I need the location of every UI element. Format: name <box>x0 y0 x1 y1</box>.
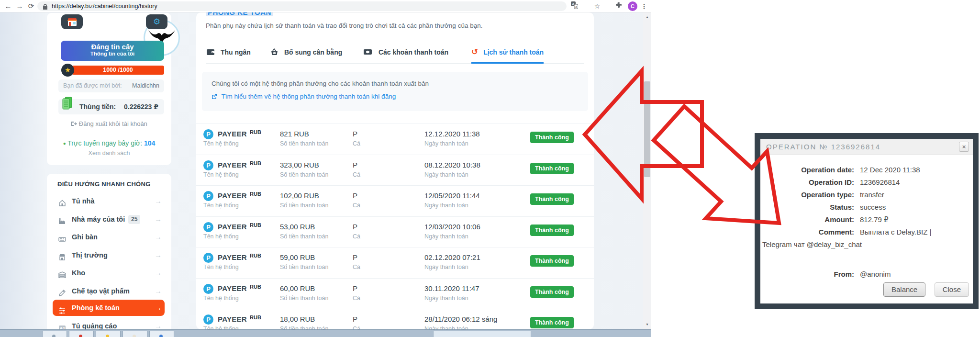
taskbar-app-tile[interactable] <box>122 331 147 337</box>
detail-label: Operation ID: <box>762 176 854 189</box>
status-badge: Thành công <box>530 317 574 328</box>
chevron-arrow-icon: → <box>155 230 162 244</box>
trust-title: Đáng tin cậy <box>61 43 164 51</box>
star-icon: ★ <box>61 64 74 77</box>
bookmark-star-icon[interactable]: ☆ <box>592 1 602 11</box>
scroll-down-icon[interactable]: ▼ <box>643 323 651 326</box>
reward-notice-link[interactable]: Tìm hiểu thêm về hệ thống phần thưởng th… <box>212 93 396 100</box>
operation-detail-row: Operation date: 12 Dec 2020 11:38 <box>762 164 971 176</box>
logout-link[interactable]: Đăng xuất khỏi tài khoản <box>47 120 171 127</box>
operation-dialog: OPERATION № 1236926814 × Operation date:… <box>755 133 979 309</box>
payment-date: 28/11/2020 06:12 sáng <box>424 315 497 323</box>
taskbar-window-tile[interactable] <box>433 331 531 337</box>
invited-by-value: Maidichhn <box>132 79 159 92</box>
close-button[interactable]: Close <box>935 282 969 297</box>
tab-top-up[interactable]: Bổ sung cân bằng <box>270 44 342 64</box>
payment-row[interactable]: P PAYEER RUB Tên hệ thống 60,00 RUB Số t… <box>196 278 594 309</box>
payment-date: 12/05/2020 11:44 <box>424 191 480 200</box>
shop-icon[interactable] <box>61 14 83 29</box>
sidebar-item-warehouse[interactable]: Kho → <box>53 266 165 280</box>
storefront-icon <box>58 251 66 259</box>
payment-row[interactable]: P PAYEER RUB Tên hệ thống 821 RUB Số tiề… <box>196 124 594 155</box>
currency-code: RUB <box>250 160 261 166</box>
status-badge: Thành công <box>530 193 574 205</box>
date-label: Ngày thanh toán <box>424 233 468 240</box>
reward-notice: Chúng tôi có một hệ thống phần thưởng ch… <box>202 72 588 111</box>
accounting-panel: PHÒNG KẾ TOÁN Phần phụ này chứa lịch sử … <box>196 12 594 329</box>
sidebar-item-craft[interactable]: Chế tạo vật phẩm → <box>53 284 165 298</box>
taskbar-app-tile[interactable] <box>69 331 94 337</box>
reload-icon[interactable]: ⟳ <box>26 1 36 11</box>
truncated-cell-value: P <box>353 315 363 323</box>
back-icon[interactable]: ← <box>3 1 13 11</box>
ad-icon: Ad <box>58 322 66 330</box>
system-name-label: Tên hệ thống <box>203 264 239 270</box>
dialog-close-icon[interactable]: × <box>959 142 969 152</box>
system-name: PAYEER <box>218 161 247 169</box>
payment-amount: 323,00 RUB <box>280 161 319 169</box>
xp-progress-bar: 1000 /1000 <box>72 66 164 75</box>
truncated-cell-label: Cá <box>353 202 364 209</box>
scroll-up-icon[interactable]: ▲ <box>643 15 651 19</box>
date-label: Ngày thanh toán <box>424 264 468 270</box>
payeer-logo-icon: P <box>203 129 213 139</box>
tab-bar: Thu ngân Bổ sung cân bằng Các khoản than… <box>206 44 584 64</box>
invited-by-label: Bạn đã được mời bởi: <box>63 82 122 89</box>
sidebar-item-score[interactable]: Ghi bàn → <box>53 230 165 244</box>
taskbar-app-tile[interactable] <box>96 331 121 337</box>
taskbar-app-tile[interactable] <box>42 331 67 337</box>
truncated-cell-label: Cá <box>353 233 364 240</box>
currency-code: RUB <box>250 191 261 197</box>
profile-avatar[interactable]: C <box>628 1 637 11</box>
system-name: PAYEER <box>218 191 247 200</box>
banknote-icon <box>364 45 373 61</box>
detail-value: transfer <box>860 189 884 201</box>
operation-detail-row: Operation type: transfer <box>762 189 971 201</box>
system-name: PAYEER <box>218 223 247 231</box>
url-text[interactable]: https://delay.biz/cabinet/counting/histo… <box>52 3 157 10</box>
forward-icon[interactable]: → <box>14 1 25 11</box>
scrollbar-thumb[interactable] <box>644 81 650 177</box>
balance-button[interactable]: Balance <box>883 282 925 297</box>
trust-status-button[interactable]: Đáng tin cậy Thông tin của tôi <box>61 41 164 61</box>
sidebar-item-market[interactable]: Thị trường → <box>53 248 165 262</box>
view-list-link[interactable]: Xem danh sách <box>47 150 171 157</box>
truncated-cell-value: P <box>353 191 363 200</box>
detail-label: Comment: <box>762 226 854 238</box>
translate-icon[interactable]: Aa <box>569 1 579 11</box>
payment-date: 12.12.2020 11:38 <box>424 130 480 138</box>
chevron-arrow-icon: → <box>155 194 162 208</box>
detail-label: Operation type: <box>762 189 854 201</box>
factory-icon <box>58 215 66 223</box>
payment-row[interactable]: P PAYEER RUB Tên hệ thống 102,00 RUB Số … <box>196 185 594 216</box>
taskbar-app-tile[interactable] <box>149 331 174 337</box>
tab-payments[interactable]: Các khoản thanh toán <box>364 44 448 64</box>
truncated-cell-value: P <box>353 223 363 231</box>
settings-gear-icon[interactable]: ⚙ <box>146 14 167 29</box>
extensions-puzzle-icon[interactable] <box>614 1 624 11</box>
payment-row[interactable]: P PAYEER RUB Tên hệ thống 323,00 RUB Số … <box>196 155 594 186</box>
invited-by-row: Bạn đã được mời bởi: Maidichhn <box>58 79 164 92</box>
sidebar-item-home[interactable]: Tủ nhà → <box>53 194 165 208</box>
system-name-label: Tên hệ thống <box>203 233 239 240</box>
page-scrollbar[interactable]: ▲ ▼ <box>643 12 651 329</box>
payeer-logo-icon: P <box>203 160 213 170</box>
payment-row[interactable]: P PAYEER RUB Tên hệ thống 59,00 RUB Số t… <box>196 247 594 278</box>
chevron-arrow-icon: → <box>155 300 162 316</box>
payment-row[interactable]: P PAYEER RUB Tên hệ thống 53,00 RUB Số t… <box>196 216 594 247</box>
online-now-link[interactable]: ● Trực tuyến ngay bây giờ: 104 <box>47 139 171 147</box>
sidebar-item-accounting[interactable]: Phòng kế toán → <box>53 300 165 316</box>
payment-date: 30.11.2020 11:47 <box>424 284 479 292</box>
lock-icon <box>43 3 48 12</box>
address-bar[interactable]: https://delay.biz/cabinet/counting/histo… <box>37 1 567 11</box>
payment-date: 08.12.2020 10:38 <box>424 161 480 169</box>
section-description: Phần phụ này chứa lịch sử thanh toán và … <box>206 22 482 29</box>
browser-menu-icon[interactable]: ⋮ <box>639 1 649 11</box>
tab-cashier[interactable]: Thu ngân <box>207 44 251 64</box>
dialog-body: Operation date: 12 Dec 2020 11:38 Operat… <box>762 164 971 281</box>
sidebar-item-my-factory[interactable]: Nhà máy của tôi 25 → <box>53 212 165 226</box>
tab-payment-history[interactable]: ↺ Lịch sử thanh toán <box>471 44 544 64</box>
logout-icon <box>71 121 77 126</box>
taskbar <box>0 329 651 337</box>
from-value: @anonim <box>860 268 891 281</box>
